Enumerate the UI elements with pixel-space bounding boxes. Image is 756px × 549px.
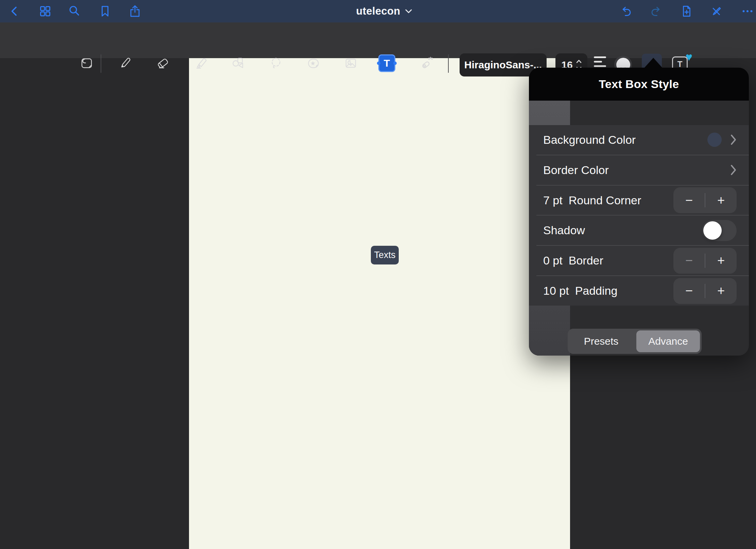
more-options-icon[interactable] — [741, 4, 754, 18]
popover-header: Text Box Style — [529, 68, 749, 101]
shadow-toggle[interactable] — [702, 220, 737, 241]
row-shadow: Shadow — [529, 216, 749, 245]
row-round-corner: 7 pt Round Corner − + — [529, 186, 749, 215]
elements-sticker-icon[interactable] — [306, 56, 321, 71]
round-corner-value: 7 pt — [543, 194, 563, 207]
border-width-stepper: − + — [673, 248, 737, 274]
border-width-value: 0 pt — [543, 254, 563, 267]
redo-icon[interactable] — [649, 4, 663, 18]
share-icon[interactable] — [128, 4, 142, 18]
row-background-color[interactable]: Background Color — [529, 125, 749, 155]
undo-icon[interactable] — [619, 4, 633, 18]
selection-handle-right — [393, 62, 397, 65]
padding-decrease-button[interactable]: − — [673, 278, 705, 304]
heart-badge-icon: ♥ — [686, 51, 692, 63]
shapes-tool-icon[interactable] — [230, 56, 245, 71]
canvas-text-box[interactable]: Texts — [371, 246, 399, 264]
presets-advance-segmented-control: Presets Advance — [568, 329, 702, 354]
highlighter-tool-icon[interactable] — [194, 56, 209, 71]
image-tool-icon[interactable] — [343, 56, 358, 71]
tools-toolbar: T HiraginoSans-... 16 T ♥ — [0, 22, 756, 58]
row-border-color[interactable]: Border Color — [529, 155, 749, 185]
letter-T-icon: T — [384, 57, 390, 69]
lasso-tool-icon[interactable] — [269, 56, 284, 71]
row-label: Round Corner — [569, 194, 641, 207]
row-label: Border Color — [543, 164, 609, 177]
top-navigation-bar: utelecon — [0, 0, 756, 22]
advance-segment[interactable]: Advance — [636, 330, 700, 352]
chevron-down-icon — [405, 9, 412, 14]
notebook-page[interactable] — [189, 58, 570, 549]
pages-overview-icon[interactable] — [38, 4, 52, 18]
add-page-icon[interactable] — [680, 4, 693, 18]
presets-segment[interactable]: Presets — [569, 330, 633, 352]
round-corner-decrease-button[interactable]: − — [673, 187, 705, 213]
row-border-width: 0 pt Border − + — [529, 246, 749, 275]
toolbar-divider — [448, 54, 449, 73]
background-color-swatch[interactable] — [707, 133, 722, 147]
padding-value: 10 pt — [543, 284, 569, 297]
font-name-label: HiraginoSans-... — [464, 59, 542, 71]
padding-increase-button[interactable]: + — [705, 278, 737, 304]
text-box-style-popover: Text Box Style Background Color Border C… — [529, 68, 749, 356]
page-title: utelecon — [356, 5, 400, 17]
textbox-style-list: Background Color Border Color 7 pt Round… — [529, 125, 749, 306]
chevron-right-icon — [731, 165, 737, 175]
pen-mode-toggle-icon[interactable] — [709, 4, 723, 18]
chevron-right-icon — [731, 134, 737, 145]
round-corner-stepper: − + — [673, 187, 737, 213]
row-padding: 10 pt Padding − + — [529, 276, 749, 306]
text-tool-selected[interactable]: T — [378, 54, 395, 72]
padding-stepper: − + — [673, 278, 737, 304]
row-label: Shadow — [543, 224, 585, 237]
row-label: Background Color — [543, 133, 636, 147]
text-box-content: Texts — [374, 250, 395, 260]
row-label: Border — [569, 254, 603, 267]
popover-arrow — [644, 58, 663, 68]
selection-handle-left — [377, 62, 380, 65]
read-mode-icon[interactable] — [79, 56, 94, 71]
row-label: Padding — [575, 284, 618, 297]
bookmark-icon[interactable] — [98, 4, 112, 18]
popover-title: Text Box Style — [599, 78, 679, 91]
border-decrease-button[interactable]: − — [673, 248, 705, 274]
search-icon[interactable] — [68, 4, 82, 18]
laser-pointer-icon[interactable] — [419, 56, 434, 71]
toolbar-divider — [101, 54, 101, 73]
pen-tool-icon[interactable] — [117, 56, 132, 71]
document-title[interactable]: utelecon — [343, 0, 425, 22]
back-icon[interactable] — [8, 4, 21, 18]
toggle-knob — [703, 221, 722, 240]
eraser-tool-icon[interactable] — [155, 56, 170, 71]
border-increase-button[interactable]: + — [705, 248, 737, 274]
round-corner-increase-button[interactable]: + — [705, 187, 737, 213]
